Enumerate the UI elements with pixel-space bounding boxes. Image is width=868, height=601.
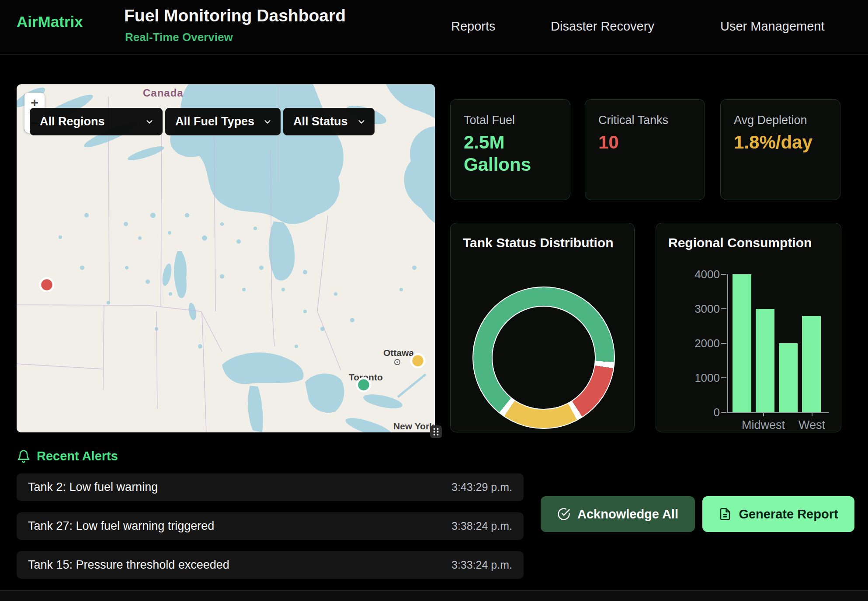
- map-marker-warning[interactable]: [411, 354, 424, 367]
- bar: [802, 316, 821, 412]
- map-marker-normal[interactable]: [357, 378, 370, 391]
- report-document-icon: [719, 508, 732, 521]
- acknowledge-all-label: Acknowledge All: [577, 507, 678, 522]
- page-subtitle: Real-Time Overview: [125, 31, 233, 44]
- drag-dots-icon: [430, 425, 442, 438]
- status-filter-dropdown[interactable]: All Status: [283, 108, 375, 135]
- x-tick-label: [728, 418, 742, 432]
- x-tick-labels: Midwest West: [728, 418, 825, 432]
- status-filter-value: All Status: [293, 115, 348, 128]
- kpi-value-avg-depletion: 1.8%/​day: [734, 131, 812, 153]
- recent-alerts-title: Recent Alerts: [37, 449, 118, 463]
- header: AirMatrix Fuel Monitoring Dashboard Real…: [0, 0, 868, 55]
- map-drag-handle[interactable]: [430, 425, 442, 438]
- kpi-label: Avg Depletion: [734, 114, 807, 127]
- chevron-down-icon: [357, 117, 366, 127]
- nav-item-disaster-recovery[interactable]: Disaster Recovery: [551, 19, 654, 34]
- map-river: [398, 374, 426, 397]
- y-tick-label: 0: [674, 405, 720, 419]
- alert-message: Tank 2: Low fuel warning: [28, 480, 158, 494]
- kpi-card-avg-depletion: Avg Depletion 1.8%/​day: [720, 99, 840, 200]
- bar: [733, 274, 751, 412]
- alert-row[interactable]: Tank 2: Low fuel warning 3:43:29 p.m.: [17, 473, 524, 501]
- alert-timestamp: 3:38:24 p.m.: [451, 520, 512, 532]
- kpi-card-total-fuel: Total Fuel 2.5M Gallons: [450, 99, 570, 200]
- y-tick-mark: [721, 308, 726, 309]
- check-circle-icon: [557, 508, 570, 521]
- page-title: Fuel Monitoring Dashboard: [124, 6, 346, 25]
- map-label-ottawa: Ottawa: [383, 348, 414, 358]
- alert-timestamp: 3:33:24 p.m.: [451, 559, 512, 571]
- map-panel[interactable]: Canada Ottawa Toronto New York + − All R…: [17, 84, 435, 432]
- y-tick-mark: [721, 377, 726, 378]
- bar-group: [728, 274, 825, 412]
- donut-hole: [492, 306, 596, 410]
- bar: [779, 343, 798, 412]
- map-marker-critical[interactable]: [40, 278, 53, 291]
- generate-report-label: Generate Report: [739, 507, 838, 522]
- alert-message: Tank 27: Low fuel warning triggered: [28, 519, 214, 533]
- brand-logo: AirMatrix: [17, 13, 83, 31]
- kpi-value-total-fuel: 2.5M Gallons: [464, 131, 542, 176]
- bar: [756, 309, 774, 412]
- map-label-country: Canada: [143, 87, 184, 99]
- map-canvas[interactable]: Canada Ottawa Toronto New York: [17, 84, 435, 432]
- kpi-label: Critical Tanks: [598, 114, 668, 127]
- bell-icon: [17, 449, 31, 463]
- region-filter-value: All Regions: [40, 115, 105, 128]
- chevron-down-icon: [145, 117, 154, 127]
- y-tick-mark: [721, 274, 726, 275]
- nav-item-reports[interactable]: Reports: [451, 19, 496, 34]
- y-tick-label: 4000: [674, 267, 720, 281]
- kpi-label: Total Fuel: [464, 114, 515, 127]
- kpi-card-critical-tanks: Critical Tanks 10: [585, 99, 705, 200]
- y-tick-mark: [721, 412, 726, 413]
- alert-row[interactable]: Tank 15: Pressure threshold exceeded 3:3…: [17, 551, 524, 579]
- alert-message: Tank 15: Pressure threshold exceeded: [28, 558, 229, 572]
- bottom-panel-edge: [0, 590, 868, 601]
- x-tick-label: West: [799, 418, 825, 432]
- y-tick-mark: [721, 343, 726, 344]
- donut-chart: [472, 287, 615, 429]
- chart-title: Regional Consumption: [668, 235, 812, 250]
- y-tick-label: 3000: [674, 302, 720, 316]
- recent-alerts-heading: Recent Alerts: [17, 449, 118, 463]
- regional-consumption-card: Regional Consumption 4000 3000 2000 1000…: [656, 223, 841, 432]
- ottawa-town-dot-center: [396, 361, 398, 363]
- map-label-new-york: New York: [393, 421, 434, 431]
- acknowledge-all-button[interactable]: Acknowledge All: [541, 496, 695, 532]
- generate-report-button[interactable]: Generate Report: [702, 496, 854, 532]
- alert-timestamp: 3:43:29 p.m.: [451, 481, 512, 494]
- kpi-value-critical-tanks: 10: [598, 131, 677, 153]
- fuel-type-filter-dropdown[interactable]: All Fuel Types: [165, 108, 281, 135]
- region-filter-dropdown[interactable]: All Regions: [30, 108, 163, 135]
- alert-row[interactable]: Tank 27: Low fuel warning triggered 3:38…: [17, 512, 524, 540]
- chart-title: Tank Status Distribution: [463, 235, 613, 250]
- chevron-down-icon: [263, 117, 272, 127]
- x-axis-line: [727, 412, 829, 413]
- tank-status-distribution-card: Tank Status Distribution: [450, 223, 635, 432]
- x-tick-label: Midwest: [742, 418, 785, 432]
- fuel-type-filter-value: All Fuel Types: [175, 115, 254, 128]
- y-tick-label: 2000: [674, 336, 720, 350]
- nav-item-user-management[interactable]: User Management: [720, 19, 825, 34]
- y-tick-label: 1000: [674, 371, 720, 385]
- x-tick-label: [785, 418, 799, 432]
